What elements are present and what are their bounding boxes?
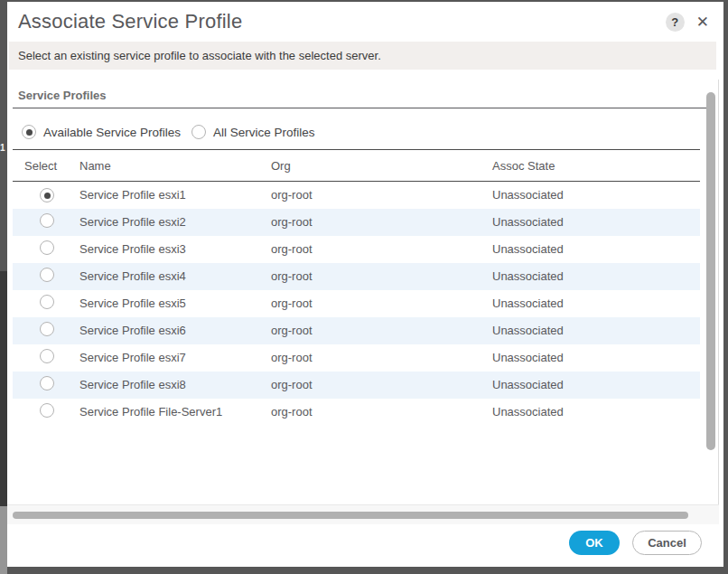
row-assoc-state: Unassociated (475, 209, 700, 236)
background-block (0, 271, 7, 506)
row-name: Service Profile esxi2 (62, 209, 254, 236)
service-profiles-table: SelectNameOrgAssoc State Service Profile… (13, 149, 700, 426)
row-assoc-state: Unassociated (475, 399, 700, 426)
row-select-cell (13, 236, 62, 263)
row-org: org-root (254, 263, 475, 290)
row-assoc-state: Unassociated (475, 182, 700, 209)
vertical-scrollbar[interactable] (706, 92, 715, 450)
ok-button[interactable]: OK (569, 531, 620, 555)
row-radio-icon[interactable] (40, 403, 54, 418)
row-org: org-root (254, 209, 475, 236)
row-select-cell (13, 182, 62, 209)
table-row[interactable]: Service Profile File-Server1org-rootUnas… (13, 399, 700, 426)
row-assoc-state: Unassociated (475, 290, 700, 317)
row-radio-icon[interactable] (40, 188, 54, 202)
row-name: Service Profile File-Server1 (62, 399, 254, 426)
filter-option-available[interactable]: Available Service Profiles (22, 125, 181, 139)
row-name: Service Profile esxi3 (62, 236, 254, 263)
dialog-header: Associate Service Profile ? ✕ (7, 2, 723, 42)
close-icon[interactable]: ✕ (696, 14, 709, 30)
row-select-cell (13, 344, 62, 372)
service-profiles-panel: Service Profiles Available Service Profi… (7, 80, 719, 524)
row-name: Service Profile esxi1 (62, 182, 254, 209)
row-org: org-root (254, 290, 475, 317)
row-select-cell (13, 372, 62, 399)
table-row[interactable]: Service Profile esxi1org-rootUnassociate… (13, 182, 700, 209)
row-select-cell (13, 290, 62, 317)
row-assoc-state: Unassociated (475, 372, 700, 399)
horizontal-scrollbar-track[interactable] (7, 504, 719, 524)
section-divider (13, 108, 714, 108)
row-org: org-root (254, 372, 475, 399)
instruction-banner: Select an existing service profile to as… (9, 42, 716, 70)
column-header-assoc-state: Assoc State (475, 150, 700, 182)
row-assoc-state: Unassociated (475, 236, 700, 263)
row-name: Service Profile esxi8 (62, 372, 254, 399)
table-row[interactable]: Service Profile esxi4org-rootUnassociate… (13, 263, 700, 290)
row-assoc-state: Unassociated (475, 263, 700, 290)
row-assoc-state: Unassociated (475, 317, 700, 344)
horizontal-scrollbar[interactable] (13, 512, 688, 519)
row-radio-icon[interactable] (40, 349, 54, 363)
row-select-cell (13, 209, 62, 236)
dialog-footer: OK Cancel (569, 531, 702, 555)
row-name: Service Profile esxi5 (62, 290, 254, 317)
row-name: Service Profile esxi6 (62, 317, 254, 344)
row-radio-icon[interactable] (40, 376, 54, 391)
dialog-title: Associate Service Profile (18, 10, 666, 33)
background-partial-text: 1 (0, 143, 7, 153)
table-row[interactable]: Service Profile esxi7org-rootUnassociate… (13, 344, 700, 372)
column-header-name: Name (62, 150, 254, 182)
associate-service-profile-dialog: Associate Service Profile ? ✕ Select an … (7, 2, 723, 567)
row-org: org-root (254, 182, 475, 209)
row-org: org-root (254, 399, 475, 426)
radio-icon[interactable] (22, 125, 36, 139)
filter-label: All Service Profiles (213, 126, 315, 139)
row-name: Service Profile esxi7 (62, 344, 254, 372)
filter-label: Available Service Profiles (43, 126, 181, 139)
row-org: org-root (254, 344, 475, 372)
row-select-cell (13, 263, 62, 290)
row-assoc-state: Unassociated (475, 344, 700, 372)
row-select-cell (13, 399, 62, 426)
row-org: org-root (254, 236, 475, 263)
table-row[interactable]: Service Profile esxi8org-rootUnassociate… (13, 372, 700, 399)
table-row[interactable]: Service Profile esxi6org-rootUnassociate… (13, 317, 700, 344)
table-row[interactable]: Service Profile esxi3org-rootUnassociate… (13, 236, 700, 263)
table-header: SelectNameOrgAssoc State (13, 150, 700, 182)
background-block (0, 506, 7, 574)
row-radio-icon[interactable] (40, 322, 54, 336)
column-header-org: Org (254, 150, 475, 182)
radio-icon[interactable] (191, 125, 206, 139)
row-select-cell (13, 317, 62, 344)
row-org: org-root (254, 317, 475, 344)
section-title: Service Profiles (18, 89, 107, 102)
row-name: Service Profile esxi4 (62, 263, 254, 290)
row-radio-icon[interactable] (40, 268, 54, 282)
filter-option-all[interactable]: All Service Profiles (191, 125, 315, 139)
row-radio-icon[interactable] (40, 240, 54, 255)
help-icon[interactable]: ? (666, 13, 685, 32)
profile-filter-group: Available Service ProfilesAll Service Pr… (22, 125, 315, 139)
table-row[interactable]: Service Profile esxi2org-rootUnassociate… (13, 209, 700, 236)
row-radio-icon[interactable] (40, 295, 54, 309)
column-header-select: Select (13, 150, 62, 182)
table-row[interactable]: Service Profile esxi5org-rootUnassociate… (13, 290, 700, 317)
cancel-button[interactable]: Cancel (632, 531, 702, 555)
row-radio-icon[interactable] (40, 213, 54, 228)
